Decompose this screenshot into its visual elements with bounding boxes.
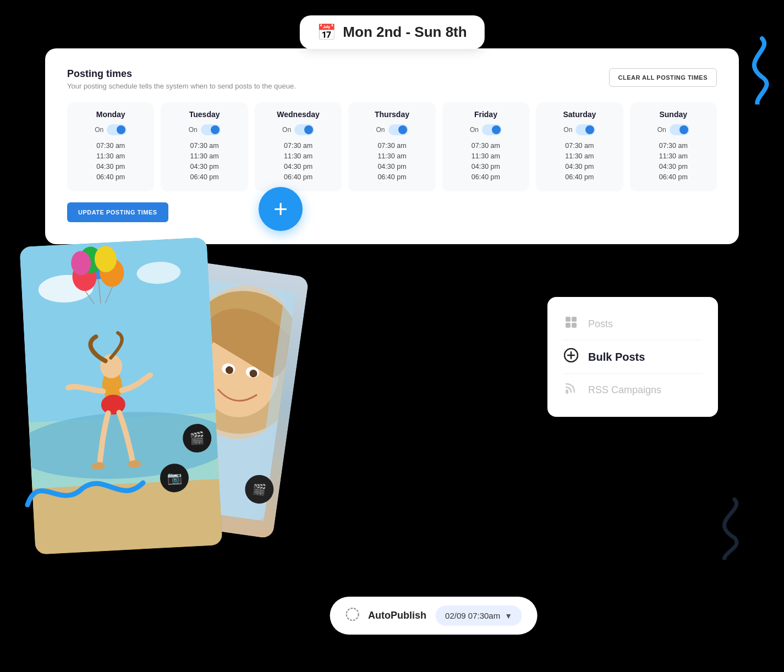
toggle-knob-monday <box>117 125 125 134</box>
day-name-friday: Friday <box>449 110 523 119</box>
clear-all-button[interactable]: CLEAR ALL POSTING TIMES <box>609 68 717 87</box>
toggle-row-saturday: On <box>542 124 616 135</box>
day-col-friday: FridayOn07:30 am11:30 am04:30 pm06:40 pm <box>442 102 529 191</box>
on-label-saturday: On <box>563 126 572 134</box>
time-slot-saturday-0[interactable]: 07:30 am <box>542 142 616 150</box>
time-slot-wednesday-1[interactable]: 11:30 am <box>261 152 335 160</box>
day-name-thursday: Thursday <box>355 110 429 119</box>
squiggle-decoration-dark <box>701 494 745 562</box>
posting-title: Posting times <box>67 68 296 80</box>
on-label-sunday: On <box>657 126 666 134</box>
time-slot-friday-1[interactable]: 11:30 am <box>449 152 523 160</box>
plus-icon: + <box>273 195 288 223</box>
time-slot-sunday-0[interactable]: 07:30 am <box>637 142 710 150</box>
on-label-tuesday: On <box>189 126 198 134</box>
update-posting-times-button[interactable]: UPDATE POSTING TIMES <box>67 202 168 222</box>
balloons <box>52 237 145 346</box>
toggle-knob-friday <box>492 125 501 134</box>
toggle-knob-wednesday <box>304 125 313 134</box>
autopublish-bar: AutoPublish 02/09 07:30am ▼ <box>330 597 538 635</box>
time-slot-sunday-2[interactable]: 04:30 pm <box>637 163 710 170</box>
menu-item-bulk-posts[interactable]: Bulk Posts <box>563 340 703 374</box>
rss-icon <box>563 382 579 398</box>
time-slot-sunday-3[interactable]: 06:40 pm <box>637 173 710 181</box>
time-slot-wednesday-3[interactable]: 06:40 pm <box>261 173 335 181</box>
toggle-knob-thursday <box>398 125 407 134</box>
toggle-row-wednesday: On <box>261 124 335 135</box>
toggle-thursday[interactable] <box>388 124 408 135</box>
time-slot-tuesday-2[interactable]: 04:30 pm <box>167 163 241 170</box>
time-slot-saturday-3[interactable]: 06:40 pm <box>542 173 616 181</box>
date-range-text: Mon 2nd - Sun 8th <box>343 24 467 41</box>
toggle-knob-sunday <box>679 125 688 134</box>
svg-rect-29 <box>566 323 571 328</box>
time-slot-thursday-1[interactable]: 11:30 am <box>355 152 429 160</box>
chevron-down-icon: ▼ <box>505 612 512 620</box>
day-col-sunday: SundayOn07:30 am11:30 am04:30 pm06:40 pm <box>630 102 717 191</box>
toggle-saturday[interactable] <box>575 124 595 135</box>
card-title-area: Posting times Your posting schedule tell… <box>67 68 296 90</box>
time-slot-tuesday-3[interactable]: 06:40 pm <box>167 173 241 181</box>
toggle-monday[interactable] <box>107 124 127 135</box>
image-cards-area: 🎬 <box>28 242 402 599</box>
time-slot-wednesday-2[interactable]: 04:30 pm <box>261 163 335 170</box>
calendar-icon: 📅 <box>317 23 336 41</box>
add-time-button[interactable]: + <box>259 187 303 231</box>
time-slot-sunday-1[interactable]: 11:30 am <box>637 152 710 160</box>
toggle-row-monday: On <box>74 124 147 135</box>
day-name-wednesday: Wednesday <box>261 110 335 119</box>
posting-subtitle: Your posting schedule tells the system w… <box>67 82 296 90</box>
posting-times-card: Posting times Your posting schedule tell… <box>45 48 739 244</box>
plus-circle-icon <box>563 348 579 366</box>
time-slot-friday-2[interactable]: 04:30 pm <box>449 163 523 170</box>
day-name-saturday: Saturday <box>542 110 616 119</box>
menu-item-posts[interactable]: Posts <box>563 308 703 340</box>
time-slot-tuesday-0[interactable]: 07:30 am <box>167 142 241 150</box>
time-slot-monday-1[interactable]: 11:30 am <box>74 152 147 160</box>
time-slot-monday-3[interactable]: 06:40 pm <box>74 173 147 181</box>
autopublish-label: AutoPublish <box>368 610 426 621</box>
time-slot-friday-3[interactable]: 06:40 pm <box>449 173 523 181</box>
on-label-friday: On <box>470 126 479 134</box>
day-col-monday: MondayOn07:30 am11:30 am04:30 pm06:40 pm <box>67 102 154 191</box>
time-slot-tuesday-1[interactable]: 11:30 am <box>167 152 241 160</box>
time-slot-thursday-2[interactable]: 04:30 pm <box>355 163 429 170</box>
toggle-knob-tuesday <box>211 125 220 134</box>
menu-item-rss[interactable]: RSS Campaigns <box>563 374 703 406</box>
toggle-friday[interactable] <box>482 124 502 135</box>
toggle-sunday[interactable] <box>670 124 689 135</box>
on-label-thursday: On <box>376 126 385 134</box>
grid-icon <box>563 316 579 332</box>
card-header: Posting times Your posting schedule tell… <box>67 68 717 90</box>
day-col-saturday: SaturdayOn07:30 am11:30 am04:30 pm06:40 … <box>536 102 623 191</box>
time-slot-thursday-3[interactable]: 06:40 pm <box>355 173 429 181</box>
svg-rect-32 <box>566 389 568 394</box>
toggle-row-tuesday: On <box>167 124 241 135</box>
toggle-wednesday[interactable] <box>294 124 314 135</box>
svg-rect-27 <box>566 317 571 322</box>
time-slot-wednesday-0[interactable]: 07:30 am <box>261 142 335 150</box>
date-time-pill[interactable]: 02/09 07:30am ▼ <box>435 605 522 626</box>
day-col-thursday: ThursdayOn07:30 am11:30 am04:30 pm06:40 … <box>348 102 435 191</box>
time-slot-thursday-0[interactable]: 07:30 am <box>355 142 429 150</box>
time-slot-saturday-2[interactable]: 04:30 pm <box>542 163 616 170</box>
day-col-tuesday: TuesdayOn07:30 am11:30 am04:30 pm06:40 p… <box>161 102 248 191</box>
toggle-knob-saturday <box>585 125 594 134</box>
squiggle-decoration-bottom-left <box>17 461 149 518</box>
toggle-row-friday: On <box>449 124 523 135</box>
day-name-monday: Monday <box>74 110 147 119</box>
toggle-row-thursday: On <box>355 124 429 135</box>
day-name-tuesday: Tuesday <box>167 110 241 119</box>
toggle-row-sunday: On <box>637 124 710 135</box>
day-name-sunday: Sunday <box>637 110 710 119</box>
toggle-tuesday[interactable] <box>201 124 221 135</box>
time-slot-monday-2[interactable]: 04:30 pm <box>74 163 147 170</box>
on-label-wednesday: On <box>282 126 291 134</box>
time-slot-saturday-1[interactable]: 11:30 am <box>542 152 616 160</box>
time-slot-friday-0[interactable]: 07:30 am <box>449 142 523 150</box>
rss-campaigns-label: RSS Campaigns <box>588 384 661 396</box>
on-label-monday: On <box>95 126 103 134</box>
posts-label: Posts <box>588 318 613 330</box>
time-slot-monday-0[interactable]: 07:30 am <box>74 142 147 150</box>
svg-rect-30 <box>572 323 577 328</box>
